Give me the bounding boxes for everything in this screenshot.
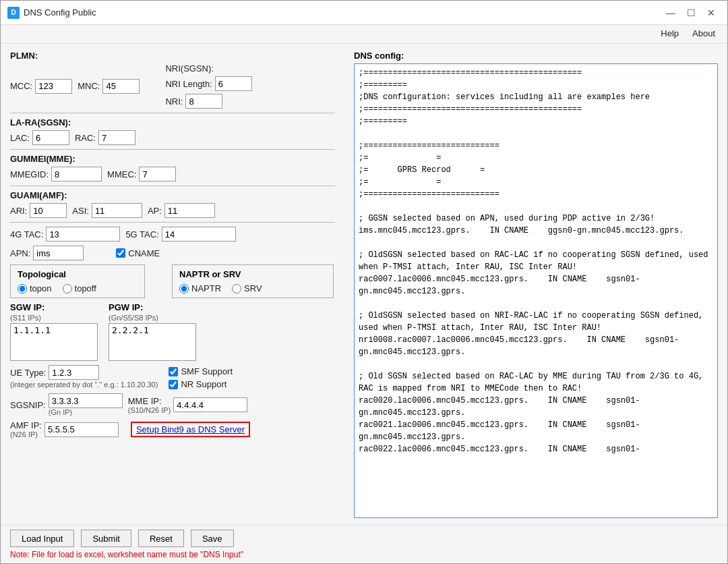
la-sgsn-row: LAC: RAC:	[10, 130, 335, 145]
topological-section: Topological topon topoff NAPTR or SRV	[10, 264, 335, 302]
naptr-label: NAPTR	[191, 283, 221, 293]
topon-label: topon	[30, 283, 52, 293]
dns-config-textarea[interactable]	[354, 63, 718, 518]
amf-ip-label: AMF IP:	[10, 420, 42, 430]
mmegid-input[interactable]	[51, 167, 102, 181]
bottom-bar: Load Input Submit Reset Save Note: File …	[1, 525, 727, 563]
sgsnip-mme-row: SGSNIP: (Gn IP) MME IP: (S10/N26 IP)	[10, 393, 335, 416]
mnc-input[interactable]	[102, 79, 140, 94]
gummei-label: GUMMEI(MME):	[10, 154, 335, 164]
tac5g-label: 5G TAC:	[125, 229, 158, 239]
mcc-input[interactable]	[35, 79, 72, 94]
mme-ip-input[interactable]	[173, 397, 247, 412]
reset-button[interactable]: Reset	[138, 530, 184, 547]
ap-input[interactable]	[164, 203, 215, 218]
pgw-sublabel: (Gn/S5/S8 IPs)	[109, 314, 196, 322]
sgsnip-sublabel: (Gn IP)	[49, 408, 123, 416]
apn-input[interactable]	[33, 246, 84, 260]
tac4g-input[interactable]	[46, 227, 120, 242]
naptr-srv-label: NAPTR or SRV	[179, 269, 326, 279]
la-sgsn-label: LA-RA(SGSN):	[10, 117, 335, 128]
cname-checkbox[interactable]	[116, 248, 125, 258]
tac-row: 4G TAC: 5G TAC:	[10, 227, 335, 242]
action-buttons: Load Input Submit Reset Save	[10, 530, 718, 547]
menu-bar: Help About	[1, 25, 727, 44]
nr-support-label: NR Support	[181, 379, 226, 389]
gummei-row: MMEGID: MMEC:	[10, 167, 335, 181]
plmn-label: PLMN:	[10, 51, 335, 61]
srv-label: SRV	[244, 283, 262, 293]
smf-support-checkbox[interactable]	[169, 367, 178, 376]
lac-label: LAC:	[10, 133, 30, 143]
nr-support-checkbox[interactable]	[169, 380, 178, 389]
ue-type-label: UE Type:	[10, 368, 46, 378]
lac-input[interactable]	[32, 130, 69, 145]
mmec-label: MMEC:	[107, 169, 136, 179]
apn-row: APN: CNAME	[10, 246, 335, 260]
dns-config-label: DNS config:	[354, 51, 718, 61]
note-text: Note: File for load is excel, worksheet …	[10, 550, 718, 559]
mmec-input[interactable]	[139, 167, 176, 181]
nri-input[interactable]	[185, 94, 222, 109]
sgsnip-input[interactable]	[49, 393, 123, 408]
sgw-pgw-row: SGW IP: (S11 IPs) 1.1.1.1 PGW IP: (Gn/S5…	[10, 302, 335, 361]
menu-about[interactable]: About	[686, 26, 722, 42]
main-content: PLMN: MCC: MNC: NRI(SGSN): NRI Length:	[1, 44, 727, 525]
nri-length-input[interactable]	[215, 76, 252, 91]
tac4g-label: 4G TAC:	[10, 229, 43, 239]
pgw-ip-label: PGW IP:	[109, 302, 143, 312]
sgw-sublabel: (S11 IPs)	[10, 314, 98, 322]
app-icon: D	[7, 7, 20, 19]
sgsnip-label: SGSNIP:	[10, 400, 46, 410]
rac-input[interactable]	[98, 130, 135, 145]
left-panel: PLMN: MCC: MNC: NRI(SGSN): NRI Length:	[1, 44, 344, 525]
guami-label: GUAMI(AMF):	[10, 190, 335, 200]
amf-ip-input[interactable]	[44, 422, 119, 437]
ari-input[interactable]	[30, 203, 67, 218]
setup-bind9-button[interactable]: Setup Bind9 as DNS Server	[131, 422, 250, 437]
load-input-button[interactable]: Load Input	[10, 530, 74, 547]
mme-ip-sublabel: (S10/N26 IP)	[128, 406, 171, 414]
window-controls: — ☐ ✕	[661, 5, 721, 20]
sgw-ip-label: SGW IP:	[10, 302, 44, 312]
ari-label: ARI:	[10, 206, 27, 216]
close-button[interactable]: ✕	[702, 5, 721, 20]
ue-type-row: UE Type: (integer seperated by dot "." e…	[10, 365, 335, 389]
sgw-ip-input[interactable]: 1.1.1.1	[10, 323, 98, 361]
mnc-label: MNC:	[78, 81, 100, 91]
amf-ip-row: AMF IP: (N26 IP) Setup Bind9 as DNS Serv…	[10, 420, 335, 439]
tac5g-input[interactable]	[162, 227, 236, 242]
topoff-radio[interactable]	[63, 284, 72, 293]
amf-ip-sublabel: (N26 IP)	[10, 430, 42, 439]
apn-label: APN:	[10, 248, 30, 258]
minimize-button[interactable]: —	[661, 5, 680, 20]
topon-radio[interactable]	[18, 284, 27, 293]
save-button[interactable]: Save	[191, 530, 234, 547]
window-title: DNS Config Public	[24, 7, 661, 18]
mme-ip-label: MME IP:	[128, 396, 171, 406]
nri-length-label: NRI Length:	[165, 79, 212, 89]
asi-input[interactable]	[92, 203, 142, 218]
rac-label: RAC:	[75, 133, 96, 143]
plmn-row: MCC: MNC: NRI(SGSN): NRI Length:	[10, 63, 335, 109]
guami-row: ARI: ASI: AP:	[10, 203, 335, 218]
submit-button[interactable]: Submit	[81, 530, 131, 547]
mmegid-label: MMEGID:	[10, 169, 49, 179]
right-panel: DNS config:	[344, 44, 727, 525]
topoff-label: topoff	[75, 283, 96, 293]
maximize-button[interactable]: ☐	[681, 5, 700, 20]
mcc-label: MCC:	[10, 81, 32, 91]
pgw-ip-input[interactable]: 2.2.2.1	[109, 323, 196, 361]
title-bar: D DNS Config Public — ☐ ✕	[1, 1, 727, 25]
ue-type-note: (integer seperated by dot "." e.g.: 1.10…	[10, 380, 158, 389]
naptr-radio[interactable]	[179, 284, 189, 293]
smf-support-label: SMF Support	[181, 366, 233, 376]
cname-label: CNAME	[128, 248, 160, 258]
ap-label: AP:	[148, 206, 162, 216]
nri-label: NRI:	[165, 96, 183, 107]
topological-label: Topological	[18, 269, 138, 279]
ue-type-input[interactable]	[49, 365, 99, 380]
srv-radio[interactable]	[232, 284, 241, 293]
menu-help[interactable]: Help	[654, 26, 686, 42]
nri-sgsn-label: NRI(SGSN):	[165, 63, 214, 74]
